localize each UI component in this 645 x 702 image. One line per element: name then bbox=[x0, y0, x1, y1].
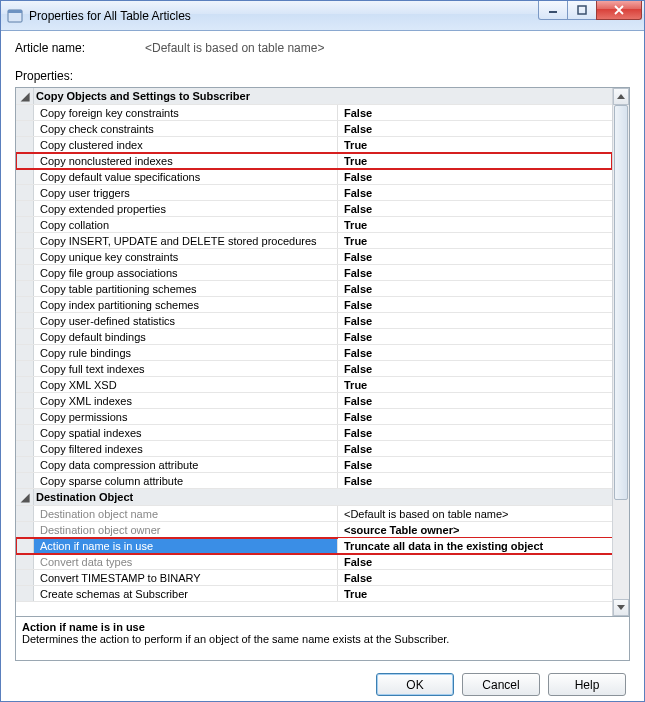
scroll-down-button[interactable] bbox=[613, 599, 629, 616]
category-copy-objects[interactable]: ◢ Copy Objects and Settings to Subscribe… bbox=[16, 88, 612, 105]
prop-row-dest-object-name[interactable]: Destination object name<Default is based… bbox=[16, 506, 612, 522]
expand-icon[interactable]: ◢ bbox=[16, 489, 34, 505]
scroll-track[interactable] bbox=[613, 105, 629, 599]
svg-rect-1 bbox=[8, 10, 22, 13]
prop-row-copy-default-value-specs[interactable]: Copy default value specificationsFalse bbox=[16, 169, 612, 185]
prop-row-convert-data-types[interactable]: Convert data typesFalse bbox=[16, 554, 612, 570]
prop-row-copy-data-compression[interactable]: Copy data compression attributeFalse bbox=[16, 457, 612, 473]
prop-row-copy-default-bindings[interactable]: Copy default bindingsFalse bbox=[16, 329, 612, 345]
prop-row-convert-timestamp-binary[interactable]: Convert TIMESTAMP to BINARYFalse bbox=[16, 570, 612, 586]
svg-rect-3 bbox=[578, 6, 586, 14]
help-button[interactable]: Help bbox=[548, 673, 626, 696]
prop-row-copy-xml-indexes[interactable]: Copy XML indexesFalse bbox=[16, 393, 612, 409]
prop-row-copy-spatial-indexes[interactable]: Copy spatial indexesFalse bbox=[16, 425, 612, 441]
prop-row-copy-nonclustered-indexes[interactable]: Copy nonclustered indexesTrue bbox=[16, 153, 612, 169]
prop-row-copy-sparse-column[interactable]: Copy sparse column attributeFalse bbox=[16, 473, 612, 489]
titlebar[interactable]: Properties for All Table Articles bbox=[1, 1, 644, 31]
prop-row-copy-rule-bindings[interactable]: Copy rule bindingsFalse bbox=[16, 345, 612, 361]
vertical-scrollbar[interactable] bbox=[612, 88, 629, 616]
prop-row-copy-iud-sprocs[interactable]: Copy INSERT, UPDATE and DELETE stored pr… bbox=[16, 233, 612, 249]
prop-row-copy-unique-key[interactable]: Copy unique key constraintsFalse bbox=[16, 249, 612, 265]
property-grid[interactable]: ◢ Copy Objects and Settings to Subscribe… bbox=[15, 87, 630, 617]
prop-row-copy-table-partitioning[interactable]: Copy table partitioning schemesFalse bbox=[16, 281, 612, 297]
prop-row-action-if-name-in-use[interactable]: Action if name is in use Truncate all da… bbox=[16, 538, 612, 554]
close-button[interactable] bbox=[596, 1, 642, 20]
window-title: Properties for All Table Articles bbox=[29, 9, 191, 23]
prop-row-copy-index-partitioning[interactable]: Copy index partitioning schemesFalse bbox=[16, 297, 612, 313]
scroll-up-button[interactable] bbox=[613, 88, 629, 105]
ok-button[interactable]: OK bbox=[376, 673, 454, 696]
prop-row-copy-user-stats[interactable]: Copy user-defined statisticsFalse bbox=[16, 313, 612, 329]
expand-icon[interactable]: ◢ bbox=[16, 88, 34, 104]
prop-row-copy-fulltext-indexes[interactable]: Copy full text indexesFalse bbox=[16, 361, 612, 377]
prop-row-copy-foreign-key[interactable]: Copy foreign key constraintsFalse bbox=[16, 105, 612, 121]
maximize-button[interactable] bbox=[567, 1, 597, 20]
description-title: Action if name is in use bbox=[22, 621, 623, 633]
prop-row-copy-extended-properties[interactable]: Copy extended propertiesFalse bbox=[16, 201, 612, 217]
app-icon bbox=[7, 8, 23, 24]
prop-row-copy-permissions[interactable]: Copy permissionsFalse bbox=[16, 409, 612, 425]
prop-row-dest-object-owner[interactable]: Destination object owner<source Table ow… bbox=[16, 522, 612, 538]
prop-row-copy-clustered-index[interactable]: Copy clustered indexTrue bbox=[16, 137, 612, 153]
article-name-label: Article name: bbox=[15, 41, 145, 55]
prop-row-copy-filtered-indexes[interactable]: Copy filtered indexesFalse bbox=[16, 441, 612, 457]
cancel-button[interactable]: Cancel bbox=[462, 673, 540, 696]
prop-row-copy-xml-xsd[interactable]: Copy XML XSDTrue bbox=[16, 377, 612, 393]
description-text: Determines the action to perform if an o… bbox=[22, 633, 623, 645]
description-panel: Action if name is in use Determines the … bbox=[15, 617, 630, 661]
prop-row-create-schemas[interactable]: Create schemas at SubscriberTrue bbox=[16, 586, 612, 602]
prop-row-copy-collation[interactable]: Copy collationTrue bbox=[16, 217, 612, 233]
prop-row-copy-file-group[interactable]: Copy file group associationsFalse bbox=[16, 265, 612, 281]
svg-rect-2 bbox=[549, 11, 557, 13]
scroll-thumb[interactable] bbox=[614, 105, 628, 500]
prop-row-copy-user-triggers[interactable]: Copy user triggersFalse bbox=[16, 185, 612, 201]
minimize-button[interactable] bbox=[538, 1, 568, 20]
article-name-value: <Default is based on table name> bbox=[145, 41, 324, 55]
category-destination-object[interactable]: ◢ Destination Object bbox=[16, 489, 612, 506]
properties-label: Properties: bbox=[15, 69, 630, 83]
prop-row-copy-check[interactable]: Copy check constraintsFalse bbox=[16, 121, 612, 137]
